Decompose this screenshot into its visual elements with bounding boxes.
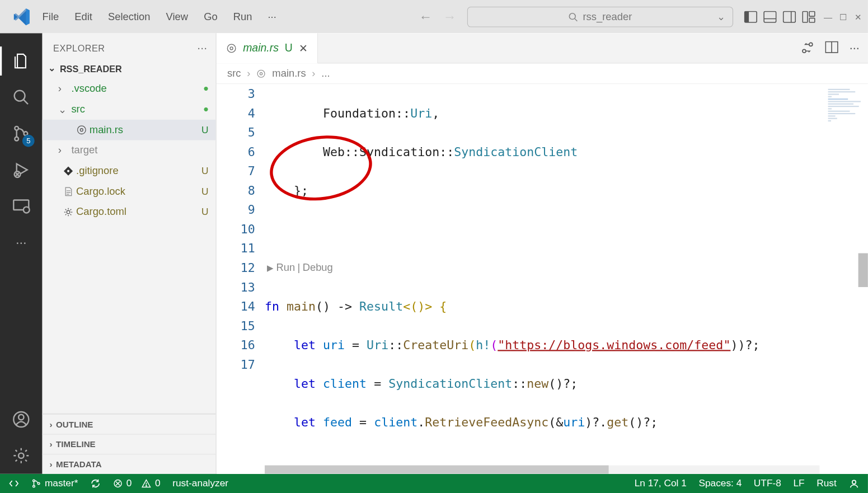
tree-label: main.rs [90,124,123,136]
section-metadata[interactable]: ›METADATA [43,454,216,474]
layout-sidebar-left-icon[interactable] [744,11,757,23]
activity-source-control-icon[interactable]: 5 [9,121,33,145]
codelens-run[interactable]: Run [276,258,295,278]
menu-go[interactable]: Go [204,11,218,23]
section-timeline[interactable]: ›TIMELINE [43,434,216,454]
tree-file-gitignore[interactable]: .gitignore U [43,161,216,181]
tree-file-cargo-lock[interactable]: Cargo.lock U [43,181,216,202]
status-indentation[interactable]: Spaces: 4 [698,478,742,489]
svg-point-37 [33,480,35,482]
tab-bar: main.rs U ✕ ··· [217,33,868,63]
tree-label: src [71,104,85,116]
tree-file-main-rs[interactable]: main.rs U [43,120,216,140]
codelens-debug[interactable]: Debug [303,258,333,278]
tab-label: main.rs [243,42,279,55]
tab-more-icon[interactable]: ··· [850,41,860,55]
tree-folder-src[interactable]: ⌄ src • [43,99,216,120]
menu-selection[interactable]: Selection [108,11,151,23]
activity-search-icon[interactable] [9,85,33,109]
activity-accounts-icon[interactable] [9,407,33,431]
horizontal-scrollbar[interactable] [265,466,819,474]
chevron-down-icon: ⌄ [58,103,72,116]
chevron-right-icon: › [50,459,53,469]
command-center[interactable]: rss_reader ⌄ [467,6,733,27]
tree-folder-target[interactable]: › target [43,140,216,161]
chevron-right-icon: › [312,67,315,79]
vscode-logo-icon [12,7,32,26]
code-content[interactable]: Foundation::Uri, Web::Syndication::Syndi… [265,84,868,474]
line-gutter: 3 4 5 6 7 8 9 10 11 12 13 14 15 16 17 [217,84,265,474]
menu-view[interactable]: View [166,11,188,23]
scrollbar-thumb[interactable] [265,466,609,474]
svg-point-21 [18,453,24,458]
svg-rect-10 [809,18,815,22]
tree-label: target [71,144,97,157]
window-maximize-icon[interactable]: ☐ [839,12,847,21]
activity-debug-icon[interactable] [9,158,33,182]
layout-customize-icon[interactable] [802,11,815,23]
activity-settings-icon[interactable] [9,444,33,468]
tree-folder-vscode[interactable]: › .vscode • [43,78,216,99]
explorer-project-header[interactable]: ⌄ RSS_READER [43,59,216,77]
code-editor[interactable]: 3 4 5 6 7 8 9 10 11 12 13 14 15 16 17 Fo… [217,84,868,474]
activity-explorer-icon[interactable] [9,49,33,73]
status-problems[interactable]: 0 0 [113,478,161,489]
status-eol[interactable]: LF [793,478,804,489]
status-encoding[interactable]: UTF-8 [754,478,781,489]
gear-icon [60,206,76,217]
menu-edit[interactable]: Edit [74,11,92,23]
section-outline[interactable]: ›OUTLINE [43,414,216,434]
nav-back-icon[interactable]: ← [419,9,432,25]
tab-main-rs[interactable]: main.rs U ✕ [217,33,318,63]
split-editor-icon[interactable] [825,41,839,55]
svg-point-45 [852,480,856,483]
remote-indicator[interactable] [8,478,19,489]
menu-run[interactable]: Run [233,11,252,23]
svg-point-20 [18,415,24,420]
explorer-title: EXPLORER [53,43,105,53]
activity-more-icon[interactable]: ··· [9,230,33,254]
status-branch[interactable]: master* [31,478,78,489]
tab-close-icon[interactable]: ✕ [299,41,308,55]
tab-status: U [285,42,293,55]
tree-label: .gitignore [76,165,119,177]
branch-name: master* [45,478,78,489]
breadcrumb[interactable]: src › main.rs › ... [217,63,868,84]
project-name: RSS_READER [60,63,122,73]
menu-file[interactable]: File [43,11,59,23]
svg-point-36 [260,72,262,74]
window-close-icon[interactable]: ✕ [855,12,862,21]
layout-sidebar-right-icon[interactable] [783,11,796,23]
svg-rect-3 [745,11,749,22]
gitignore-file-icon [60,166,76,176]
chevron-right-icon: › [58,83,72,95]
tree-file-cargo-toml[interactable]: Cargo.toml U [43,202,216,223]
codelens-run-debug[interactable]: ▶Run|Debug [265,258,868,278]
minimap[interactable] [824,84,868,138]
status-lsp[interactable]: rust-analyzer [172,478,228,489]
compare-changes-icon[interactable] [801,41,814,55]
section-label: OUTLINE [56,420,93,429]
status-cursor-position[interactable]: Ln 17, Col 1 [635,478,687,489]
svg-point-11 [15,91,25,101]
window-minimize-icon[interactable]: — [824,12,832,21]
chevron-right-icon: › [247,67,250,79]
svg-point-23 [80,129,83,132]
menu-more-icon[interactable]: ··· [268,11,276,23]
activity-bar: 5 ··· [0,33,43,473]
breadcrumb-item[interactable]: ... [321,67,330,79]
layout-panel-icon[interactable] [763,11,777,23]
status-feedback-icon[interactable] [848,478,859,489]
status-sync-icon[interactable] [90,478,101,489]
tree-label: Cargo.toml [76,206,126,218]
status-language[interactable]: Rust [817,478,837,489]
breadcrumb-item[interactable]: src [227,67,241,79]
rust-file-icon [256,69,266,78]
nav-forward-icon[interactable]: → [443,9,457,25]
breadcrumb-item[interactable]: main.rs [272,67,306,79]
activity-remote-icon[interactable] [9,194,33,218]
tree-label: Cargo.lock [76,186,125,198]
svg-point-13 [15,126,18,130]
explorer-more-icon[interactable]: ··· [198,42,208,55]
file-icon [60,186,76,197]
